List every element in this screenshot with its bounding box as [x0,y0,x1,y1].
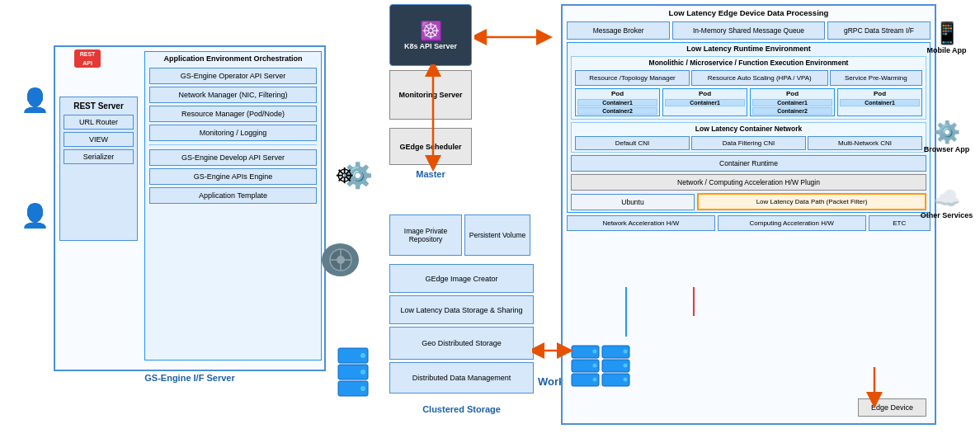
resource-manager-box: Resource Manager (Pod/Node) [149,106,317,122]
svg-point-13 [593,350,597,354]
distributed-data-label: Distributed Data Management [412,374,511,382]
rest-badge: RESTAPI [74,49,101,68]
blue-line [625,287,627,337]
other-services-icon: ☁️ [920,186,973,211]
monolithic-label: Monolithic / Microservice / Function Exe… [572,57,926,68]
network-icon [322,243,359,276]
gedge-scheduler-box: GEdge Scheduler [389,128,472,165]
svg-point-8 [360,370,365,375]
monitoring-logging-box: Monitoring / Logging [149,125,317,141]
browser-app-icon: ⚙️ [920,120,973,145]
svg-point-7 [360,353,365,358]
gs-engine-if-box: REST Server URL Router VIEW Serializer A… [54,45,326,371]
edge-device-area: Edge Device [858,398,926,417]
architecture-diagram: 👤 👤 REST Server URL Router VIEW Serializ… [0,0,980,443]
resource-auto-box: Resource Auto Scaling (HPA / VPA) [691,70,828,86]
other-services-area: ☁️ Other Services [920,186,973,219]
network-manager-box: Network Manager (NIC, Filtering) [149,87,317,103]
in-memory-box: In-Memory Shared Message Queue [672,21,825,40]
pod2-c1: Container1 [665,99,745,106]
view-box: VIEW [64,132,134,147]
pod1-box: Pod Container1 Container2 [575,88,660,116]
gedge-image-box: GEdge Image Creator [389,264,534,293]
mobile-app-label: Mobile App [920,46,973,54]
master-label: Master [389,169,472,179]
low-latency-runtime-label: Low Latency Runtime Environment [568,43,930,54]
image-private-box: Image Private Repository [389,214,462,256]
geo-distributed-label: Geo Distributed Storage [422,339,502,347]
serializer-box: Serializer [64,149,134,164]
storage-icon-1 [337,346,370,414]
red-line [693,287,695,316]
other-services-label: Other Services [920,211,973,219]
low-latency-path-box: Low Latency Data Path (Packet Filter) [697,193,926,210]
arrow-gs-k8s [474,25,557,49]
worker-servers [571,345,630,390]
edge-device-section: Low Latency Edge Device Data Processing … [561,4,936,425]
k8s-api-label: K8s API Server [404,42,457,50]
browser-app-label: Browser App [920,145,973,153]
gs-engine-apis-box: GS-Engine APIs Engine [149,168,317,185]
app-env-label: Application Environment Orchestration [145,52,321,65]
gs-engine-op-box: GS-Engine Operator API Server [149,68,317,84]
edge-device-box: Edge Device [858,398,926,417]
default-cni-box: Default CNI [575,136,690,150]
url-router-box: URL Router [64,115,134,130]
geo-distributed-box: Geo Distributed Storage [389,327,534,360]
mobile-app-icon: 📱 [920,21,973,46]
container-runtime-box: Container Runtime [571,155,926,172]
low-latency-container-label: Low Latency Container Network [572,123,926,134]
rest-server-label: REST Server [60,101,137,111]
app-env-box: Application Environment Orchestration GS… [144,51,322,361]
svg-point-19 [624,350,628,354]
grpc-box: gRPC Data Stream I/F [827,21,931,40]
persistent-volume-label: Persistent Volume [469,231,526,239]
pod4-c1: Container1 [840,99,920,106]
gedge-scheduler-label: GEdge Scheduler [399,143,461,151]
pod3-c2: Container2 [752,107,832,115]
network-computing-box: Network / Computing Acceleration H/W Plu… [571,174,926,191]
low-latency-edge-label: Low Latency Edge Device Data Processing [563,6,935,20]
svg-point-20 [624,364,628,368]
gs-engine-dev-box: GS-Engine Develop API Server [149,149,317,166]
k8s-logo-side: ☸ [335,163,354,189]
data-filtering-box: Data Filtering CNI [691,136,806,150]
pod4-box: Pod Container1 [837,88,922,116]
service-pre-box: Service Pre-Warming [830,70,922,86]
pod3-c1: Container1 [752,99,832,106]
rest-server-box: REST Server URL Router VIEW Serializer [59,97,138,241]
computing-accel-box: Computing Acceleration H/W [718,215,866,231]
pod1-label: Pod [576,89,659,98]
svg-point-14 [593,364,597,368]
pod2-box: Pod Container1 [662,88,747,116]
clustered-storage-label: Clustered Storage [373,404,550,414]
low-latency-storage-label: Low Latency Data Storage & Sharing [400,306,522,314]
app-template-box: Application Template [149,187,317,204]
persistent-volume-box: Persistent Volume [464,214,530,256]
ubuntu-box: Ubuntu [571,194,695,210]
svg-point-21 [624,378,628,382]
pod1-c1: Container1 [577,99,657,106]
monitoring-server-label: Monitoring Server [398,91,462,99]
svg-point-9 [360,386,365,391]
monitoring-server-box: Monitoring Server [389,70,472,120]
image-private-label: Image Private Repository [390,227,461,243]
network-accel-box: Network Acceleration H/W [567,215,715,231]
pod3-box: Pod Container1 Container2 [750,88,835,116]
low-latency-storage-box: Low Latency Data Storage & Sharing [389,295,534,324]
resource-topology-box: Resource /Topology Manager [575,70,690,86]
mobile-app-area: 📱 Mobile App [920,21,973,54]
user-icon-bottom: 👤 [21,202,49,229]
gs-engine-if-label: GS-Engine I/F Server [54,373,326,383]
svg-point-15 [593,378,597,382]
gedge-image-label: GEdge Image Creator [425,275,497,283]
pod1-c2: Container2 [577,107,657,115]
k8s-api-box: ☸️ K8s API Server [389,4,472,66]
user-icon-top: 👤 [21,87,49,114]
multi-network-box: Multi-Network CNI [808,136,922,150]
message-broker-box: Message Broker [567,21,670,40]
browser-app-area: ⚙️ Browser App [920,120,973,153]
distributed-data-box: Distributed Data Management [389,362,534,394]
